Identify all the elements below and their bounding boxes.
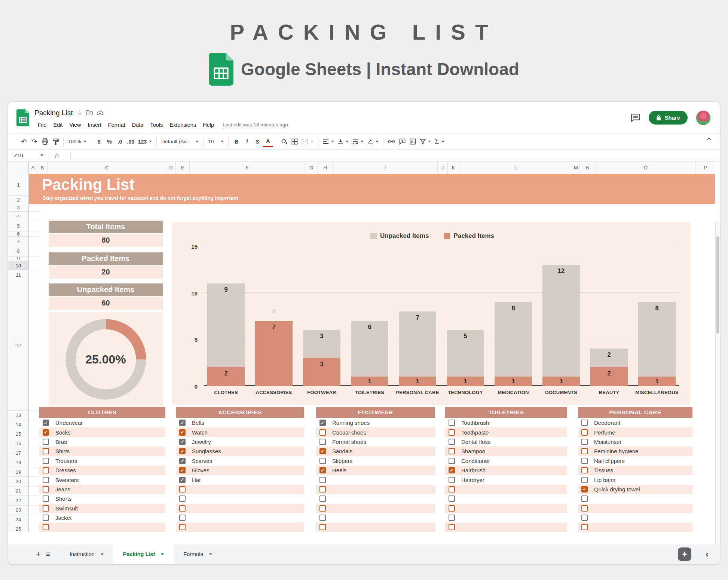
sheet-tab-instruction[interactable]: Instruction	[60, 544, 113, 564]
bold-button[interactable]: B	[231, 136, 242, 147]
checkbox-unchecked[interactable]	[449, 495, 455, 502]
checkbox-checked[interactable]: ✓	[449, 467, 455, 473]
checkbox-checked[interactable]: ✓	[319, 448, 326, 454]
grid-cell[interactable]	[29, 257, 39, 261]
checklist-item-casual-shoes[interactable]: Casual shoes	[316, 427, 435, 437]
avatar[interactable]	[696, 110, 711, 125]
grid-cell[interactable]	[29, 280, 39, 411]
document-title[interactable]: Packing List	[34, 109, 73, 117]
row-header-13[interactable]: 13	[8, 411, 29, 420]
row-header-7[interactable]: 7	[8, 237, 29, 246]
checklist-item-shirts[interactable]: Shirts	[39, 446, 165, 456]
checkbox-unchecked[interactable]	[449, 486, 455, 492]
checkbox-unchecked[interactable]	[449, 515, 455, 521]
functions-button[interactable]: Σ	[433, 136, 446, 147]
formula-input[interactable]	[71, 150, 720, 161]
share-button[interactable]: Share	[649, 111, 688, 125]
checklist-item-socks[interactable]: ✓Socks	[39, 427, 165, 437]
checklist-item[interactable]	[578, 522, 692, 532]
checkbox-checked[interactable]: ✓	[179, 458, 186, 464]
sheets-logo-icon[interactable]	[16, 109, 29, 126]
row-header-6[interactable]: 6	[8, 231, 29, 237]
checklist-item-moisturiser[interactable]: Moisturiser	[578, 437, 692, 446]
checklist-item[interactable]	[316, 513, 435, 522]
checklist-item-watch[interactable]: ✓Watch	[176, 427, 304, 437]
checkbox-unchecked[interactable]	[581, 448, 588, 454]
checkbox-unchecked[interactable]	[581, 505, 588, 512]
grid-cell[interactable]	[29, 524, 39, 532]
menu-file[interactable]: File	[34, 120, 50, 129]
grid-cell[interactable]	[29, 237, 39, 246]
column-header-A[interactable]: A	[29, 162, 37, 174]
checklist-item-scarves[interactable]: ✓Scarves	[176, 456, 304, 466]
italic-button[interactable]: I	[242, 136, 252, 147]
checkbox-unchecked[interactable]	[179, 515, 186, 521]
grid-cell[interactable]	[29, 261, 39, 270]
checklist-item-sunglasses[interactable]: ✓Sunglasses	[176, 446, 304, 456]
checkbox-checked[interactable]: ✓	[179, 477, 186, 483]
checklist-item[interactable]	[316, 475, 435, 484]
font-select[interactable]: Default (Ari...	[159, 136, 201, 147]
grid-cell[interactable]	[29, 429, 39, 439]
checkbox-checked[interactable]: ✓	[179, 429, 186, 436]
grid-cell[interactable]	[29, 458, 39, 467]
grid-cell[interactable]	[29, 487, 39, 496]
checklist-item-dental-floss[interactable]: Dental floss	[445, 437, 567, 446]
checklist-item-sandals[interactable]: ✓Sandals	[316, 446, 435, 456]
checklist-item[interactable]	[316, 504, 435, 513]
checklist-item-deodorant[interactable]: Deodorant	[578, 418, 692, 427]
menu-format[interactable]: Format	[105, 120, 129, 129]
row-header-8[interactable]: 8	[8, 246, 29, 257]
row-header-2[interactable]: 2	[8, 196, 29, 204]
row-header-11[interactable]: 11	[8, 270, 29, 280]
checklist-item-conditioner[interactable]: Conditioner	[445, 456, 567, 466]
checkbox-checked[interactable]: ✓	[319, 420, 326, 426]
menu-tools[interactable]: Tools	[147, 120, 166, 129]
checkbox-unchecked[interactable]	[43, 495, 49, 502]
row-header-18[interactable]: 18	[8, 458, 29, 467]
checklist-item-shorts[interactable]: Shorts	[39, 494, 165, 503]
select-all-corner[interactable]	[8, 162, 29, 174]
checklist-item-lip-balm[interactable]: Lip balm	[578, 475, 692, 484]
grid-cell[interactable]	[29, 411, 39, 420]
checklist-item[interactable]	[445, 522, 567, 532]
redo-button[interactable]: ↷	[29, 136, 40, 147]
row-header-24[interactable]: 24	[8, 515, 29, 524]
vertical-scrollbar-thumb[interactable]	[716, 236, 719, 334]
grid-cell[interactable]	[29, 212, 39, 221]
checkbox-unchecked[interactable]	[581, 467, 588, 473]
checklist-item-dresses[interactable]: Dresses	[39, 466, 165, 475]
column-header-K[interactable]: K	[448, 162, 459, 174]
grid-cell[interactable]	[29, 204, 39, 212]
checkbox-unchecked[interactable]	[43, 524, 49, 530]
checklist-item-bras[interactable]: Bras	[39, 437, 165, 446]
insert-chart-button[interactable]	[407, 136, 418, 147]
row-header-22[interactable]: 22	[8, 496, 29, 505]
filter-button[interactable]	[418, 136, 433, 147]
text-color-button[interactable]: A	[263, 136, 273, 147]
checklist-item[interactable]	[578, 513, 692, 522]
column-header-D[interactable]: D	[166, 162, 176, 174]
grid-cell[interactable]	[29, 448, 39, 458]
column-header-F[interactable]: F	[190, 162, 305, 174]
grid-cell[interactable]	[29, 270, 39, 280]
grid-cell[interactable]	[29, 506, 39, 515]
checklist-item-sweaters[interactable]: Sweaters	[39, 475, 165, 484]
checklist-item-formal-shoes[interactable]: Formal shoes	[316, 437, 435, 446]
checkbox-unchecked[interactable]	[449, 429, 455, 436]
row-header-3[interactable]: 3	[8, 204, 29, 212]
checkbox-unchecked[interactable]	[449, 477, 455, 483]
horizontal-align-button[interactable]	[321, 136, 336, 147]
grid-cell[interactable]	[29, 221, 39, 231]
checklist-item[interactable]	[316, 485, 435, 494]
menu-edit[interactable]: Edit	[50, 120, 66, 129]
checkbox-unchecked[interactable]	[449, 524, 455, 530]
checkbox-unchecked[interactable]	[581, 495, 588, 502]
checkbox-unchecked[interactable]	[43, 477, 49, 483]
grid-cell[interactable]	[29, 477, 39, 486]
checkbox-checked[interactable]: ✓	[43, 420, 49, 426]
checklist-item-hairbrush[interactable]: ✓Hairbrush	[445, 466, 567, 475]
star-icon[interactable]: ☆	[76, 109, 82, 117]
all-sheets-button[interactable]: ≡	[46, 550, 50, 558]
merge-cells-button[interactable]	[300, 136, 315, 147]
